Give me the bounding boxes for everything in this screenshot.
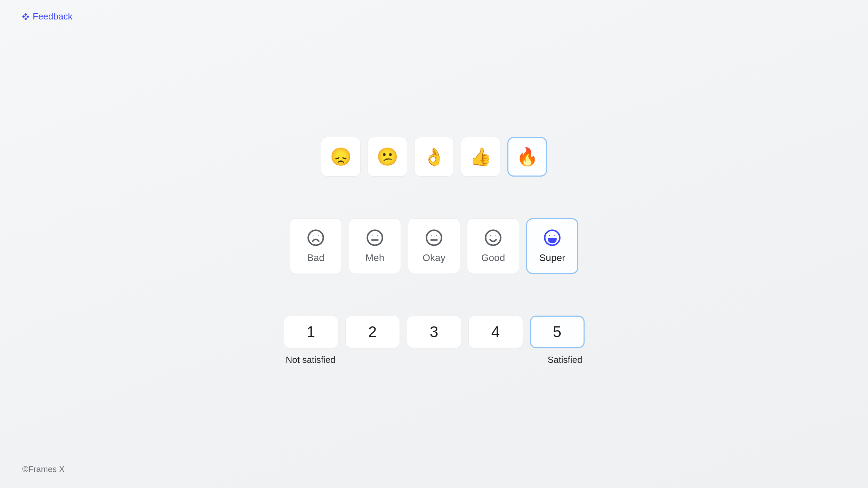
num-tile-1[interactable]: 1: [284, 316, 338, 348]
face-tile-super[interactable]: Super: [526, 218, 578, 274]
face-tile-label: Good: [481, 252, 505, 263]
emoji-rating-row: 😞 😕 👌 👍 🔥: [321, 137, 547, 177]
face-tile-bad[interactable]: Bad: [290, 218, 342, 274]
face-tile-meh[interactable]: Meh: [349, 218, 401, 274]
scale-labels: Not satisfied Satisfied: [284, 355, 585, 365]
svg-point-8: [372, 235, 373, 236]
face-tile-label: Meh: [365, 252, 384, 263]
face-sad-icon: [307, 229, 325, 247]
svg-point-11: [426, 230, 441, 245]
num-value: 4: [491, 323, 500, 341]
num-tile-4[interactable]: 4: [468, 316, 523, 348]
face-tile-good[interactable]: Good: [467, 218, 519, 274]
face-neutral-icon: [425, 229, 443, 247]
emoji-icon: 👌: [423, 147, 445, 167]
num-tile-5[interactable]: 5: [530, 316, 585, 348]
num-value: 5: [553, 323, 561, 341]
scale-high-label: Satisfied: [548, 355, 582, 365]
num-value: 2: [368, 323, 377, 341]
emoji-tile-2[interactable]: 😕: [368, 137, 407, 177]
face-tile-label: Okay: [423, 252, 445, 263]
svg-point-5: [313, 235, 314, 236]
svg-point-17: [495, 235, 496, 236]
svg-point-9: [377, 235, 378, 236]
emoji-tile-3[interactable]: 👌: [414, 137, 454, 177]
emoji-icon: 👍: [470, 147, 491, 167]
emoji-icon: 😞: [330, 147, 352, 167]
face-tile-label: Super: [539, 252, 565, 263]
face-smile-icon: [484, 229, 502, 247]
svg-point-4: [308, 230, 323, 245]
svg-point-19: [549, 235, 550, 236]
emoji-icon: 🔥: [516, 147, 538, 167]
emoji-icon: 😕: [377, 147, 398, 167]
svg-point-13: [436, 235, 437, 236]
face-rating-row: Bad Meh Okay: [290, 218, 578, 274]
num-value: 3: [430, 323, 438, 341]
emoji-tile-5[interactable]: 🔥: [507, 137, 547, 177]
face-neutral-icon: [366, 229, 384, 247]
svg-point-7: [367, 230, 382, 245]
numeric-rating-block: 1 2 3 4 5 Not satisfied Satisfied: [284, 316, 585, 365]
svg-point-6: [318, 235, 319, 236]
svg-point-20: [554, 235, 555, 236]
feedback-stage: 😞 😕 👌 👍 🔥 Bad Meh: [0, 0, 868, 488]
footer-copyright: ©Frames X: [22, 464, 65, 474]
emoji-tile-4[interactable]: 👍: [461, 137, 500, 177]
num-value: 1: [307, 323, 315, 341]
face-tile-okay[interactable]: Okay: [408, 218, 460, 274]
svg-point-16: [490, 235, 491, 236]
num-tile-3[interactable]: 3: [407, 316, 461, 348]
num-tile-2[interactable]: 2: [345, 316, 400, 348]
scale-low-label: Not satisfied: [286, 355, 336, 365]
numeric-rating-row: 1 2 3 4 5: [284, 316, 585, 348]
svg-point-15: [485, 230, 500, 245]
face-grin-icon: [543, 229, 561, 247]
emoji-tile-1[interactable]: 😞: [321, 137, 361, 177]
svg-point-12: [431, 235, 432, 236]
face-tile-label: Bad: [307, 252, 324, 263]
